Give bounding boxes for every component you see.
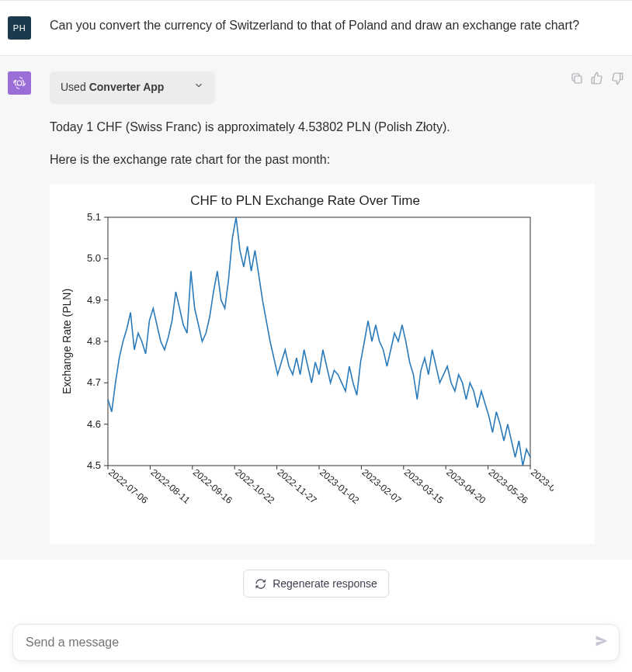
svg-text:4.8: 4.8	[87, 335, 101, 347]
svg-text:5.0: 5.0	[87, 253, 101, 265]
chevron-down-icon	[193, 79, 204, 96]
message-input[interactable]	[26, 636, 580, 649]
svg-text:2022-10-22: 2022-10-22	[233, 467, 276, 506]
copy-icon[interactable]	[570, 71, 584, 85]
user-message-content: Can you convert the currency of Switzerl…	[50, 16, 595, 40]
openai-icon	[12, 76, 26, 90]
svg-text:CHF to PLN Exchange Rate Over : CHF to PLN Exchange Rate Over Time	[190, 193, 420, 208]
user-avatar-initials: PH	[13, 23, 26, 33]
assistant-message-content: Used Converter App Today 1 CHF (Swiss Fr…	[50, 71, 595, 544]
svg-text:2023-01-02: 2023-01-02	[318, 467, 361, 506]
svg-text:Exchange Rate (PLN): Exchange Rate (PLN)	[61, 289, 73, 394]
thumbs-up-icon[interactable]	[590, 71, 604, 85]
svg-text:2022-07-06: 2022-07-06	[106, 467, 150, 506]
svg-text:2022-09-16: 2022-09-16	[191, 467, 234, 506]
svg-text:2022-08-11: 2022-08-11	[148, 467, 192, 506]
svg-text:4.5: 4.5	[87, 459, 101, 471]
svg-text:5.1: 5.1	[87, 211, 101, 223]
svg-text:2023-04-20: 2023-04-20	[444, 467, 488, 506]
exchange-rate-chart: CHF to PLN Exchange Rate Over Time4.54.6…	[50, 184, 595, 544]
message-input-container	[12, 624, 620, 661]
message-actions	[570, 71, 624, 85]
refresh-icon	[255, 578, 266, 590]
svg-text:2023-03-15: 2023-03-15	[402, 467, 446, 506]
svg-text:2023-05-26: 2023-05-26	[487, 467, 530, 506]
svg-text:2023-07-01: 2023-07-01	[529, 467, 554, 506]
assistant-avatar	[8, 71, 31, 95]
thumbs-down-icon[interactable]	[610, 71, 624, 85]
user-message-row: PH Can you convert the currency of Switz…	[0, 0, 632, 55]
user-avatar: PH	[8, 16, 31, 40]
svg-text:2023-02-07: 2023-02-07	[359, 467, 403, 506]
svg-point-0	[17, 81, 22, 85]
svg-rect-1	[575, 76, 582, 83]
assistant-text-1: Today 1 CHF (Swiss Franc) is approximate…	[50, 118, 595, 137]
regenerate-button[interactable]: Regenerate response	[243, 570, 389, 598]
assistant-message-row: Used Converter App Today 1 CHF (Swiss Fr…	[0, 55, 632, 559]
assistant-text-2: Here is the exchange rate chart for the …	[50, 151, 595, 170]
plugin-used-chip[interactable]: Used Converter App	[50, 71, 215, 104]
svg-text:2022-11-27: 2022-11-27	[276, 467, 319, 506]
svg-text:4.7: 4.7	[87, 377, 101, 389]
user-message-text: Can you convert the currency of Switzerl…	[50, 16, 595, 36]
plugin-name: Converter App	[89, 79, 165, 96]
send-icon	[594, 633, 609, 649]
svg-text:4.9: 4.9	[87, 294, 101, 306]
svg-rect-3	[108, 217, 530, 466]
svg-text:4.6: 4.6	[87, 418, 101, 430]
chart-svg: CHF to PLN Exchange Rate Over Time4.54.6…	[57, 189, 554, 531]
plugin-prefix: Used	[61, 79, 86, 96]
send-button[interactable]	[594, 633, 609, 652]
regenerate-label: Regenerate response	[273, 577, 377, 590]
